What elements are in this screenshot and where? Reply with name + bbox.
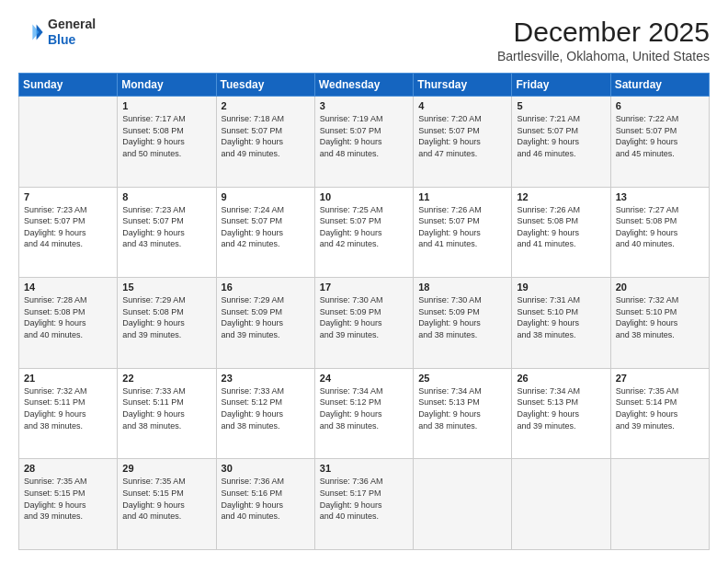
calendar-cell: 30Sunrise: 7:36 AM Sunset: 5:16 PM Dayli… bbox=[216, 459, 314, 550]
calendar-cell: 4Sunrise: 7:20 AM Sunset: 5:07 PM Daylig… bbox=[414, 97, 512, 188]
day-info: Sunrise: 7:29 AM Sunset: 5:08 PM Dayligh… bbox=[122, 294, 210, 340]
day-info: Sunrise: 7:23 AM Sunset: 5:07 PM Dayligh… bbox=[24, 204, 112, 250]
day-info: Sunrise: 7:29 AM Sunset: 5:09 PM Dayligh… bbox=[222, 294, 310, 340]
calendar-week-row: 14Sunrise: 7:28 AM Sunset: 5:08 PM Dayli… bbox=[19, 278, 710, 369]
title-block: December 2025 Bartlesville, Oklahoma, Un… bbox=[497, 17, 710, 63]
day-info: Sunrise: 7:33 AM Sunset: 5:12 PM Dayligh… bbox=[222, 385, 310, 431]
day-number: 25 bbox=[418, 373, 506, 384]
calendar-cell: 1Sunrise: 7:17 AM Sunset: 5:08 PM Daylig… bbox=[118, 97, 216, 188]
calendar-cell: 21Sunrise: 7:32 AM Sunset: 5:11 PM Dayli… bbox=[19, 368, 118, 459]
header: General Blue December 2025 Bartlesville,… bbox=[18, 17, 710, 63]
day-number: 8 bbox=[122, 191, 210, 202]
logo-text: General Blue bbox=[48, 17, 96, 48]
day-number: 27 bbox=[616, 373, 704, 384]
calendar-cell: 28Sunrise: 7:35 AM Sunset: 5:15 PM Dayli… bbox=[19, 459, 118, 550]
day-number: 11 bbox=[418, 191, 506, 202]
day-info: Sunrise: 7:33 AM Sunset: 5:11 PM Dayligh… bbox=[122, 385, 210, 431]
day-number: 6 bbox=[616, 100, 704, 111]
day-info: Sunrise: 7:30 AM Sunset: 5:09 PM Dayligh… bbox=[320, 294, 408, 340]
day-number: 26 bbox=[517, 373, 605, 384]
calendar-cell: 31Sunrise: 7:36 AM Sunset: 5:17 PM Dayli… bbox=[314, 459, 413, 550]
calendar-header-cell: Wednesday bbox=[314, 74, 413, 97]
day-number: 3 bbox=[320, 100, 408, 111]
calendar-header-cell: Thursday bbox=[414, 74, 512, 97]
day-info: Sunrise: 7:35 AM Sunset: 5:14 PM Dayligh… bbox=[616, 385, 704, 431]
day-info: Sunrise: 7:26 AM Sunset: 5:07 PM Dayligh… bbox=[418, 204, 506, 250]
calendar-table: SundayMondayTuesdayWednesdayThursdayFrid… bbox=[18, 73, 710, 550]
calendar-cell: 23Sunrise: 7:33 AM Sunset: 5:12 PM Dayli… bbox=[216, 368, 314, 459]
calendar-week-row: 1Sunrise: 7:17 AM Sunset: 5:08 PM Daylig… bbox=[19, 97, 710, 188]
calendar-header-cell: Friday bbox=[512, 74, 610, 97]
day-number: 29 bbox=[122, 463, 210, 474]
day-number: 9 bbox=[222, 191, 310, 202]
day-info: Sunrise: 7:36 AM Sunset: 5:16 PM Dayligh… bbox=[222, 476, 310, 522]
day-info: Sunrise: 7:19 AM Sunset: 5:07 PM Dayligh… bbox=[320, 113, 408, 159]
day-info: Sunrise: 7:18 AM Sunset: 5:07 PM Dayligh… bbox=[222, 113, 310, 159]
logo-line1: General bbox=[48, 17, 96, 32]
page: General Blue December 2025 Bartlesville,… bbox=[0, 0, 728, 563]
calendar-cell bbox=[512, 459, 610, 550]
day-info: Sunrise: 7:34 AM Sunset: 5:12 PM Dayligh… bbox=[320, 385, 408, 431]
day-info: Sunrise: 7:35 AM Sunset: 5:15 PM Dayligh… bbox=[122, 476, 210, 522]
day-info: Sunrise: 7:17 AM Sunset: 5:08 PM Dayligh… bbox=[122, 113, 210, 159]
calendar-cell: 3Sunrise: 7:19 AM Sunset: 5:07 PM Daylig… bbox=[314, 97, 413, 188]
calendar-cell: 6Sunrise: 7:22 AM Sunset: 5:07 PM Daylig… bbox=[610, 97, 709, 188]
calendar-cell: 5Sunrise: 7:21 AM Sunset: 5:07 PM Daylig… bbox=[512, 97, 610, 188]
main-title: December 2025 bbox=[497, 17, 710, 47]
day-number: 30 bbox=[222, 463, 310, 474]
calendar-cell: 22Sunrise: 7:33 AM Sunset: 5:11 PM Dayli… bbox=[118, 368, 216, 459]
day-info: Sunrise: 7:30 AM Sunset: 5:09 PM Dayligh… bbox=[418, 294, 506, 340]
day-info: Sunrise: 7:20 AM Sunset: 5:07 PM Dayligh… bbox=[418, 113, 506, 159]
day-info: Sunrise: 7:31 AM Sunset: 5:10 PM Dayligh… bbox=[517, 294, 605, 340]
day-info: Sunrise: 7:35 AM Sunset: 5:15 PM Dayligh… bbox=[24, 476, 112, 522]
day-info: Sunrise: 7:32 AM Sunset: 5:10 PM Dayligh… bbox=[616, 294, 704, 340]
subtitle: Bartlesville, Oklahoma, United States bbox=[497, 49, 710, 63]
logo-line2: Blue bbox=[48, 32, 96, 48]
day-number: 1 bbox=[122, 100, 210, 111]
day-number: 28 bbox=[24, 463, 112, 474]
day-info: Sunrise: 7:25 AM Sunset: 5:07 PM Dayligh… bbox=[320, 204, 408, 250]
calendar-cell: 19Sunrise: 7:31 AM Sunset: 5:10 PM Dayli… bbox=[512, 278, 610, 369]
calendar-cell: 14Sunrise: 7:28 AM Sunset: 5:08 PM Dayli… bbox=[19, 278, 118, 369]
day-number: 18 bbox=[418, 282, 506, 293]
calendar-cell: 20Sunrise: 7:32 AM Sunset: 5:10 PM Dayli… bbox=[610, 278, 709, 369]
day-number: 7 bbox=[24, 191, 112, 202]
day-info: Sunrise: 7:34 AM Sunset: 5:13 PM Dayligh… bbox=[418, 385, 506, 431]
calendar-cell: 24Sunrise: 7:34 AM Sunset: 5:12 PM Dayli… bbox=[314, 368, 413, 459]
day-number: 23 bbox=[222, 373, 310, 384]
day-number: 22 bbox=[122, 373, 210, 384]
calendar-header-cell: Sunday bbox=[19, 74, 118, 97]
day-number: 2 bbox=[222, 100, 310, 111]
calendar-cell: 18Sunrise: 7:30 AM Sunset: 5:09 PM Dayli… bbox=[414, 278, 512, 369]
day-number: 17 bbox=[320, 282, 408, 293]
day-number: 21 bbox=[24, 373, 112, 384]
day-info: Sunrise: 7:24 AM Sunset: 5:07 PM Dayligh… bbox=[222, 204, 310, 250]
calendar-cell bbox=[610, 459, 709, 550]
day-number: 14 bbox=[24, 282, 112, 293]
day-number: 20 bbox=[616, 282, 704, 293]
calendar-cell bbox=[19, 97, 118, 188]
day-number: 15 bbox=[122, 282, 210, 293]
day-number: 19 bbox=[517, 282, 605, 293]
calendar-cell: 12Sunrise: 7:26 AM Sunset: 5:08 PM Dayli… bbox=[512, 187, 610, 278]
day-info: Sunrise: 7:32 AM Sunset: 5:11 PM Dayligh… bbox=[24, 385, 112, 431]
day-info: Sunrise: 7:34 AM Sunset: 5:13 PM Dayligh… bbox=[517, 385, 605, 431]
calendar-cell bbox=[414, 459, 512, 550]
calendar-cell: 27Sunrise: 7:35 AM Sunset: 5:14 PM Dayli… bbox=[610, 368, 709, 459]
day-number: 13 bbox=[616, 191, 704, 202]
calendar-cell: 26Sunrise: 7:34 AM Sunset: 5:13 PM Dayli… bbox=[512, 368, 610, 459]
calendar-header-row: SundayMondayTuesdayWednesdayThursdayFrid… bbox=[19, 74, 710, 97]
calendar-cell: 13Sunrise: 7:27 AM Sunset: 5:08 PM Dayli… bbox=[610, 187, 709, 278]
calendar-week-row: 21Sunrise: 7:32 AM Sunset: 5:11 PM Dayli… bbox=[19, 368, 710, 459]
calendar-cell: 16Sunrise: 7:29 AM Sunset: 5:09 PM Dayli… bbox=[216, 278, 314, 369]
calendar-cell: 9Sunrise: 7:24 AM Sunset: 5:07 PM Daylig… bbox=[216, 187, 314, 278]
day-info: Sunrise: 7:21 AM Sunset: 5:07 PM Dayligh… bbox=[517, 113, 605, 159]
calendar-header-cell: Saturday bbox=[610, 74, 709, 97]
calendar-cell: 2Sunrise: 7:18 AM Sunset: 5:07 PM Daylig… bbox=[216, 97, 314, 188]
logo-icon bbox=[18, 19, 44, 45]
day-info: Sunrise: 7:26 AM Sunset: 5:08 PM Dayligh… bbox=[517, 204, 605, 250]
day-info: Sunrise: 7:27 AM Sunset: 5:08 PM Dayligh… bbox=[616, 204, 704, 250]
day-number: 10 bbox=[320, 191, 408, 202]
calendar-cell: 10Sunrise: 7:25 AM Sunset: 5:07 PM Dayli… bbox=[314, 187, 413, 278]
day-info: Sunrise: 7:36 AM Sunset: 5:17 PM Dayligh… bbox=[320, 476, 408, 522]
